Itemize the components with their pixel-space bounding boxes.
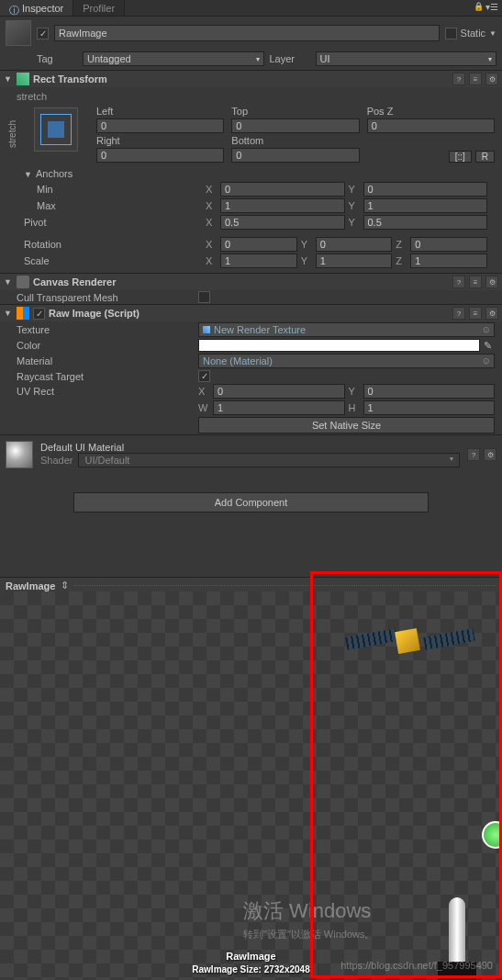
- posz-label: Pos Z: [367, 106, 495, 117]
- gear-icon[interactable]: ⚙: [484, 448, 496, 461]
- rot-y-input[interactable]: [316, 237, 393, 252]
- object-picker-icon[interactable]: ⊙: [483, 325, 490, 334]
- url-watermark: https://blog.csdn.net/f_957995490: [340, 960, 493, 971]
- help-icon[interactable]: ?: [452, 73, 465, 85]
- gear-icon[interactable]: ⚙: [485, 73, 498, 85]
- scale-label: Scale: [15, 255, 202, 266]
- min-y-input[interactable]: [363, 182, 488, 197]
- posz-input[interactable]: [367, 118, 495, 133]
- shader-label: Shader: [40, 455, 73, 466]
- set-native-size-button[interactable]: Set Native Size: [198, 417, 495, 434]
- preview-title: RawImage: [6, 580, 55, 591]
- uv-w-input[interactable]: [213, 400, 345, 415]
- tag-dropdown[interactable]: Untagged▾: [83, 51, 264, 66]
- tag-label: Tag: [37, 53, 77, 64]
- rot-z-input[interactable]: [410, 237, 487, 252]
- pivot-x-input[interactable]: [220, 215, 345, 230]
- blueprint-button[interactable]: [::]: [449, 151, 472, 163]
- uv-h-input[interactable]: [363, 400, 496, 415]
- preset-icon[interactable]: ≡: [469, 73, 482, 85]
- gameobject-icon[interactable]: [6, 20, 31, 46]
- static-checkbox[interactable]: [445, 28, 457, 39]
- windows-watermark-title: 激活 Windows: [243, 897, 371, 925]
- rect-foldout-icon[interactable]: ▼: [4, 74, 13, 84]
- static-label: Static: [461, 28, 486, 39]
- gear-icon[interactable]: ⚙: [485, 307, 498, 320]
- raw-edit-button[interactable]: R: [475, 151, 495, 163]
- pivot-y-input[interactable]: [363, 215, 488, 230]
- anchors-label: Anchors: [36, 168, 73, 179]
- cull-checkbox[interactable]: [198, 291, 210, 303]
- object-picker-icon[interactable]: ⊙: [483, 356, 490, 366]
- material-field[interactable]: None (Material)⊙: [198, 354, 495, 368]
- rawimage-enable-checkbox[interactable]: [33, 308, 45, 320]
- tab-menu-icon[interactable]: ▾☰: [485, 2, 498, 12]
- separator: [74, 585, 496, 586]
- rect-transform-icon: [17, 73, 29, 85]
- anchors-foldout-icon[interactable]: ▼: [24, 170, 32, 179]
- anchor-preset-button[interactable]: [34, 107, 78, 152]
- bottom-input[interactable]: [231, 148, 359, 163]
- raycast-label: Raycast Target: [7, 371, 195, 382]
- info-icon: [9, 4, 18, 13]
- scale-x-input[interactable]: [220, 253, 297, 268]
- texture-field[interactable]: New Render Texture⊙: [198, 322, 495, 337]
- min-x-input[interactable]: [220, 182, 345, 197]
- gear-icon[interactable]: ⚙: [485, 276, 498, 288]
- tab-profiler-label: Profiler: [83, 3, 115, 14]
- preset-icon[interactable]: ≡: [469, 307, 482, 320]
- tab-inspector-label: Inspector: [22, 3, 63, 14]
- windows-watermark-sub: 转到"设置"以激活 Windows。: [243, 928, 375, 941]
- preview-label: RawImage: [226, 951, 275, 962]
- add-component-button[interactable]: Add Component: [73, 492, 429, 513]
- lock-icon[interactable]: 🔒: [474, 2, 484, 11]
- canvas-renderer-title: Canvas Renderer: [33, 276, 449, 287]
- scale-z-input[interactable]: [410, 253, 487, 268]
- bottom-label: Bottom: [231, 135, 359, 146]
- min-label: Min: [15, 184, 202, 195]
- stretch-h-label: stretch: [17, 91, 495, 102]
- color-label: Color: [7, 340, 195, 351]
- rot-x-input[interactable]: [220, 237, 297, 252]
- material-name: Default UI Material: [40, 442, 460, 453]
- cull-label: Cull Transparent Mesh: [7, 292, 195, 303]
- tab-profiler[interactable]: Profiler: [73, 0, 125, 16]
- preset-icon[interactable]: ≡: [469, 276, 482, 288]
- uv-y-input[interactable]: [363, 384, 496, 399]
- material-preview-icon: [6, 441, 33, 468]
- raw-image-title: Raw Image (Script): [49, 308, 449, 319]
- gameobject-name-input[interactable]: [54, 25, 440, 41]
- shader-dropdown[interactable]: UI/Default▾: [78, 453, 460, 467]
- scale-y-input[interactable]: [316, 253, 393, 268]
- help-icon[interactable]: ?: [467, 448, 480, 461]
- color-field[interactable]: [198, 339, 480, 352]
- canvas-renderer-icon: [17, 276, 29, 288]
- help-icon[interactable]: ?: [452, 307, 465, 320]
- layer-label: Layer: [270, 53, 310, 64]
- top-input[interactable]: [231, 118, 359, 133]
- help-icon[interactable]: ?: [452, 276, 465, 288]
- preview-size-label: RawImage Size: 2732x2048: [192, 964, 309, 974]
- green-circle-graphic: [482, 821, 502, 849]
- canvas-foldout-icon[interactable]: ▼: [4, 277, 13, 287]
- texture-label: Texture: [7, 324, 195, 335]
- left-input[interactable]: [96, 118, 224, 133]
- satellite-graphic: [346, 619, 474, 665]
- eyedropper-icon[interactable]: ✎: [484, 340, 495, 352]
- layer-dropdown[interactable]: UI▾: [316, 51, 497, 66]
- rawimage-foldout-icon[interactable]: ▼: [4, 309, 13, 318]
- material-label: Material: [7, 355, 195, 366]
- uv-x-input[interactable]: [213, 384, 345, 399]
- active-checkbox[interactable]: [37, 28, 49, 39]
- max-y-input[interactable]: [363, 198, 488, 213]
- drag-handle-icon[interactable]: ⇕: [61, 580, 69, 591]
- raycast-checkbox[interactable]: [198, 370, 210, 382]
- pivot-label: Pivot: [15, 217, 202, 228]
- raw-image-icon: [17, 307, 29, 320]
- tab-inspector[interactable]: Inspector: [0, 0, 73, 16]
- static-dropdown-icon[interactable]: ▼: [489, 29, 496, 38]
- max-label: Max: [15, 200, 202, 211]
- right-input[interactable]: [96, 148, 224, 163]
- preview-viewport: 激活 Windows 转到"设置"以激活 Windows。 RawImage R…: [0, 591, 502, 980]
- max-x-input[interactable]: [220, 198, 345, 213]
